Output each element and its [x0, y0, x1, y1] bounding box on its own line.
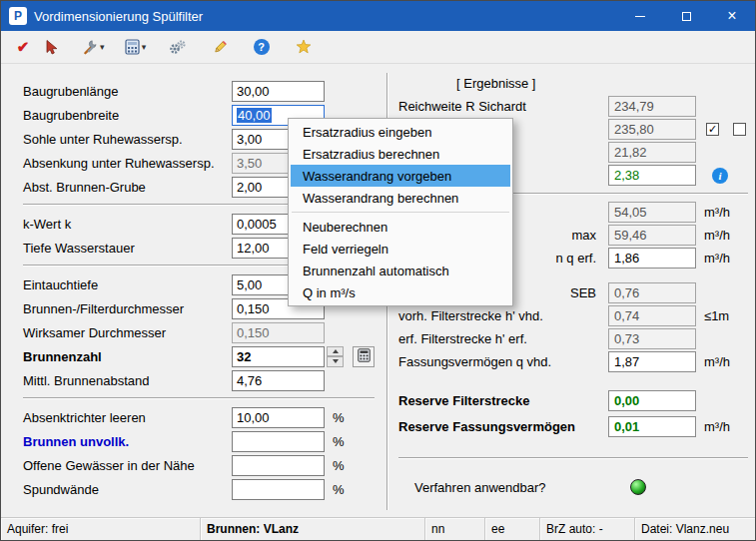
result-row: Reichweite R Sichardt 234,79 — [398, 95, 748, 118]
reserve-fassungsvermoegen-output: 0,01 — [608, 416, 696, 437]
calculator-menu-button[interactable]: ▾ — [122, 34, 150, 60]
spin-down-button[interactable] — [327, 356, 344, 367]
unit-label: m³/h — [704, 354, 730, 369]
checkbox-unchecked[interactable] — [733, 123, 746, 136]
field-label: Brunnen-/Filterdurchmesser — [23, 301, 232, 316]
menu-item-q-in-m3s[interactable]: Q in m³/s — [291, 281, 510, 303]
unit-label: m³/h — [704, 228, 730, 243]
result-value: 0,74 — [614, 308, 639, 323]
field-label: Spundwände — [23, 482, 232, 497]
edit-button[interactable] — [206, 34, 234, 60]
constraint-label: ≤1m — [704, 308, 729, 323]
pencil-icon — [212, 39, 228, 55]
toolbar: ✔ ▾ — [1, 31, 755, 64]
minimize-button[interactable] — [617, 1, 663, 31]
maximize-button[interactable] — [663, 1, 709, 31]
result-value: 1,87 — [614, 354, 639, 369]
chevron-down-icon: ▾ — [100, 42, 105, 52]
field-label: Absenkung unter Ruhewassersp. — [23, 156, 232, 171]
unit-label: m³/h — [704, 419, 730, 434]
input-row: Brunnenzahl 32 — [23, 344, 375, 368]
status-nn: nn — [425, 518, 485, 540]
field-label: Wirksamer Durchmesser — [23, 325, 232, 340]
status-brunnen: Brunnen: VLanz — [201, 518, 425, 540]
result-label: vorh. Filterstrecke h' vhd. — [398, 308, 608, 323]
unit-label: m³/h — [704, 205, 730, 220]
result-output-3: 21,82 — [608, 142, 696, 163]
vorh-filterstrecke-output: 0,74 — [608, 305, 696, 326]
minimize-icon — [635, 16, 645, 17]
status-ee: ee — [485, 518, 540, 540]
reichweite-output: 234,79 — [608, 96, 696, 117]
result-row: Reserve Fassungsvermögen 0,01 m³/h — [398, 413, 748, 439]
checkbox-checked[interactable]: ✓ — [706, 123, 719, 136]
input-row: Spundwände % — [23, 477, 375, 501]
info-icon[interactable]: i — [712, 168, 728, 184]
unit-label: m³/h — [704, 251, 730, 266]
menu-item-wasserandrang-vorgeben[interactable]: Wasserandrang vorgeben — [291, 165, 510, 187]
apply-button[interactable]: ✔ — [9, 34, 37, 60]
help-button[interactable]: ? — [248, 34, 276, 60]
menu-item-brunnenzahl-automatisch[interactable]: Brunnenzahl automatisch — [291, 260, 510, 281]
brunnenzahl-calc-button[interactable] — [353, 346, 375, 367]
baugrubenlaenge-input[interactable]: 30,00 — [232, 81, 325, 102]
spacer — [398, 373, 748, 387]
input-row: Brunnen unvollk. % — [23, 429, 375, 453]
menu-item-wasserandrang-berechnen[interactable]: Wasserandrang berechnen — [291, 187, 510, 209]
offene-gewaesser-input[interactable] — [232, 455, 325, 476]
input-row: Mittl. Brunnenabstand 4,76 — [23, 368, 375, 392]
spundwaende-input[interactable] — [232, 479, 325, 500]
result-label: Reserve Filterstrecke — [398, 393, 608, 408]
field-value: 5,00 — [237, 277, 262, 292]
result-label: Reserve Fassungsvermögen — [398, 419, 608, 434]
absenktrichter-input[interactable]: 10,00 — [232, 407, 325, 428]
status-led-green — [630, 479, 646, 495]
field-value: 30,00 — [237, 84, 270, 99]
result-value: 235,80 — [614, 122, 654, 137]
pointer-button[interactable] — [37, 34, 65, 60]
verfahren-anwendbar-label: Verfahren anwendbar? — [398, 480, 630, 495]
brunnenabstand-input[interactable]: 4,76 — [232, 370, 325, 391]
divider — [23, 397, 375, 399]
window-controls: × — [617, 1, 755, 31]
menu-item-ersatzradius-berechnen[interactable]: Ersatzradius berechnen — [291, 143, 510, 165]
spin-up-button[interactable] — [327, 346, 344, 357]
pointer-icon — [43, 39, 59, 55]
result-output-4: 2,38 — [608, 165, 696, 186]
field-label: Eintauchtiefe — [23, 277, 232, 292]
result-value: 1,86 — [614, 251, 639, 266]
menu-item-neuberechnen[interactable]: Neuberechnen — [291, 216, 510, 238]
app-icon: P — [9, 7, 27, 25]
unit-label: % — [333, 482, 345, 497]
brunnen-unvollk-input[interactable] — [232, 431, 325, 452]
calculator-icon — [358, 348, 371, 365]
results-header: [ Ergebnisse ] — [398, 71, 748, 95]
menu-item-feld-verriegeln[interactable]: Feld verriegeln — [291, 238, 510, 260]
settings-button[interactable] — [164, 34, 192, 60]
result-value: 21,82 — [614, 145, 647, 160]
result-row: Verfahren anwendbar? — [398, 475, 748, 499]
app-window: P Vordimensionierung Spülfilter × ✔ — [0, 0, 756, 541]
result-value: 0,00 — [614, 393, 639, 408]
brunnenzahl-input[interactable]: 32 — [232, 346, 325, 367]
result-value: 0,01 — [614, 419, 639, 434]
status-bar: Aquifer: frei Brunnen: VLanz nn ee BrZ a… — [1, 517, 756, 540]
result-value: 234,79 — [614, 99, 654, 114]
field-label: Absenktrichter leeren — [23, 410, 232, 425]
result-value: 0,76 — [614, 285, 639, 300]
field-value: 2,00 — [237, 180, 262, 195]
field-label: Brunnen unvollk. — [23, 434, 232, 449]
tools-menu-button[interactable]: ▾ — [79, 34, 108, 60]
close-button[interactable]: × — [709, 1, 755, 31]
status-brz-auto: BrZ auto: - — [540, 518, 635, 540]
result-label: Fassungsvermögen q vhd. — [398, 354, 608, 369]
field-label: Abst. Brunnen-Grube — [23, 180, 232, 195]
field-value: 0,0005 — [237, 217, 277, 232]
window-title: Vordimensionierung Spülfilter — [34, 9, 617, 24]
menu-item-ersatzradius-eingeben[interactable]: Ersatzradius eingeben — [291, 121, 510, 143]
brunnenzahl-spinner[interactable] — [327, 346, 344, 367]
wizard-button[interactable] — [290, 34, 318, 60]
result-row: Fassungsvermögen q vhd. 1,87 m³/h — [398, 350, 748, 373]
field-value: 32 — [237, 349, 251, 364]
chevron-up-icon — [333, 349, 339, 353]
